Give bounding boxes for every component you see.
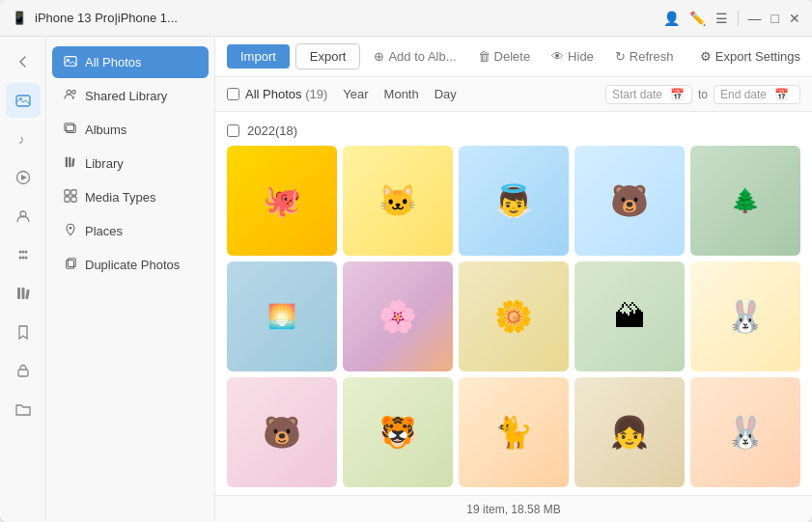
shared-library-icon [64, 88, 77, 104]
sidebar-item-albums[interactable]: Albums [52, 114, 209, 146]
sidebar-item-media-types[interactable]: Media Types [52, 181, 209, 213]
svg-point-6 [18, 251, 21, 254]
start-date-placeholder: Start date [612, 88, 662, 101]
places-icon [64, 223, 77, 239]
date-range: Start date 📅 to End date 📅 [605, 85, 800, 104]
delete-button[interactable]: 🗑 Delete [470, 44, 539, 69]
apps-nav-icon[interactable] [6, 237, 41, 272]
photo-cell[interactable]: 🏔 [574, 261, 685, 371]
sidebar-media-types-label: Media Types [85, 190, 155, 205]
svg-rect-22 [66, 157, 68, 168]
all-photos-filter-label: All Photos (19) [245, 87, 327, 101]
svg-rect-13 [21, 288, 24, 299]
back-nav-icon[interactable] [6, 44, 41, 79]
photo-cell[interactable]: 🐰 [690, 261, 800, 371]
sidebar: All Photos Shared Library Albums Library [46, 37, 215, 522]
photo-cell[interactable]: 🐻 [574, 146, 685, 256]
svg-rect-23 [69, 157, 70, 168]
refresh-button[interactable]: ↻ Refresh [607, 44, 682, 69]
photo-cell[interactable]: 🐱 [343, 146, 453, 256]
svg-rect-24 [71, 158, 74, 167]
photo-cell[interactable]: 🌼 [459, 261, 569, 371]
filter-bar: All Photos (19) Year Month Day Start dat… [215, 77, 812, 112]
photo-cell[interactable]: 🐻 [227, 377, 337, 487]
svg-point-10 [21, 251, 24, 254]
photo-cell[interactable]: 🐈 [459, 377, 569, 487]
year-checkbox[interactable] [227, 124, 239, 137]
video-nav-icon[interactable] [6, 160, 41, 195]
svg-point-7 [24, 251, 27, 254]
photo-cell[interactable]: 🐰 [690, 377, 800, 487]
sidebar-item-shared-library[interactable]: Shared Library [52, 80, 209, 112]
window-title: iPhone 13 Pro|iPhone 1... [35, 11, 656, 25]
all-photos-checkbox[interactable] [227, 88, 239, 100]
tab-day[interactable]: Day [434, 85, 457, 103]
app-window: 📱 iPhone 13 Pro|iPhone 1... 👤 ✏️ ☰ — □ ✕… [0, 0, 812, 522]
folder-nav-icon[interactable] [6, 392, 41, 426]
hide-button[interactable]: 👁 Hide [544, 44, 602, 69]
music-nav-icon[interactable]: ♪ [6, 122, 41, 156]
sidebar-albums-label: Albums [85, 123, 126, 137]
status-text: 19 item, 18.58 MB [466, 503, 560, 516]
sidebar-all-photos-label: All Photos [85, 55, 142, 69]
edit-icon[interactable]: ✏️ [689, 11, 706, 26]
menu-icon[interactable]: ☰ [715, 11, 728, 26]
svg-rect-14 [25, 289, 30, 299]
lock-nav-icon[interactable] [6, 353, 41, 388]
user-icon[interactable]: 👤 [663, 11, 680, 26]
close-button[interactable]: ✕ [789, 11, 800, 26]
bookmark-nav-icon[interactable] [6, 315, 41, 349]
year-label: 2022(18) [247, 124, 297, 138]
photo-grid: 🐙 🐱 👼 🐻 [227, 146, 800, 487]
svg-point-19 [72, 91, 76, 95]
svg-point-8 [18, 257, 21, 260]
contact-nav-icon[interactable] [6, 199, 41, 234]
albums-icon [64, 122, 77, 138]
photo-cell[interactable]: 🌅 [227, 261, 337, 371]
duplicate-photos-icon [64, 257, 77, 273]
svg-point-9 [24, 257, 27, 260]
delete-icon: 🗑 [478, 49, 490, 64]
add-to-album-button[interactable]: ⊕ Add to Alb... [366, 44, 463, 69]
all-photos-checkbox-label[interactable]: All Photos (19) [227, 87, 327, 101]
import-button[interactable]: Import [227, 44, 290, 69]
year-header: 2022(18) [227, 124, 800, 138]
svg-point-18 [67, 90, 70, 94]
sidebar-item-places[interactable]: Places [52, 215, 209, 247]
photo-cell[interactable]: 🐯 [343, 377, 453, 487]
photo-cell[interactable]: 🌸 [343, 261, 453, 371]
tab-month[interactable]: Month [384, 85, 419, 103]
photo-cell[interactable]: 🌲 [690, 146, 800, 256]
sidebar-duplicate-photos-label: Duplicate Photos [85, 258, 180, 272]
sidebar-item-library[interactable]: Library [52, 148, 209, 179]
toolbar: Import Export ⊕ Add to Alb... 🗑 Delete 👁… [215, 37, 812, 77]
export-button[interactable]: Export [295, 43, 361, 69]
svg-rect-15 [18, 370, 28, 376]
svg-marker-4 [21, 175, 27, 180]
maximize-button[interactable]: □ [771, 11, 779, 26]
svg-rect-26 [71, 190, 76, 195]
photo-cell[interactable]: 👧 [574, 377, 685, 487]
photo-cell[interactable]: 👼 [459, 146, 569, 256]
sidebar-item-all-photos[interactable]: All Photos [52, 46, 209, 78]
title-bar: 📱 iPhone 13 Pro|iPhone 1... 👤 ✏️ ☰ — □ ✕ [0, 0, 812, 37]
tab-year[interactable]: Year [343, 85, 368, 103]
media-types-icon [64, 189, 77, 206]
photo-cell[interactable]: 🐙 [227, 146, 337, 256]
export-settings-button[interactable]: ⚙ Export Settings [700, 49, 800, 64]
window-controls: 👤 ✏️ ☰ — □ ✕ [663, 11, 800, 26]
svg-rect-12 [17, 288, 20, 299]
filter-tabs: Year Month Day [343, 85, 457, 103]
photo-area[interactable]: 2022(18) 🐙 🐱 👼 [215, 112, 812, 495]
export-settings-icon: ⚙ [700, 49, 712, 64]
sidebar-library-label: Library [85, 156, 124, 171]
end-date-input[interactable]: End date 📅 [714, 85, 800, 104]
sidebar-item-duplicate-photos[interactable]: Duplicate Photos [52, 249, 209, 281]
start-date-input[interactable]: Start date 📅 [605, 85, 692, 104]
minimize-button[interactable]: — [748, 11, 762, 26]
sidebar-places-label: Places [85, 224, 123, 238]
library-icon [64, 155, 77, 172]
svg-point-11 [21, 257, 24, 260]
library-nav-icon[interactable] [6, 276, 41, 311]
photos-nav-icon[interactable] [6, 83, 41, 118]
